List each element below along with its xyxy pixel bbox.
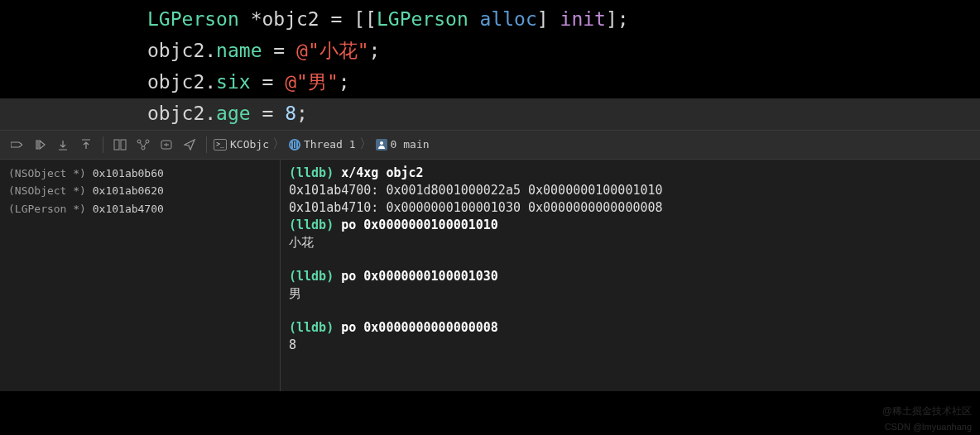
blank-line (289, 251, 972, 268)
terminal-icon: >_ (214, 139, 227, 151)
console-output: 0x101ab4710: 0x0000000100001030 0x000000… (289, 199, 972, 217)
svg-rect-1 (121, 140, 126, 150)
watermark: CSDN @lmyuanhang (885, 422, 972, 432)
person-icon (376, 139, 387, 151)
code-line-2: objc2.name = @"小花"; (0, 36, 980, 67)
code-line-1: LGPerson *objc2 = [[LGPerson alloc] init… (0, 4, 980, 36)
svg-rect-0 (114, 140, 119, 150)
thread-icon (289, 139, 300, 151)
breadcrumb-frame: 0 main (391, 138, 430, 151)
step-over-icon[interactable] (53, 135, 73, 155)
breadcrumb-thread: Thread 1 (304, 138, 356, 151)
debug-toolbar: >_ KCObjc 〉 Thread 1 〉 0 main (0, 130, 980, 160)
separator (206, 136, 207, 153)
chevron-right-icon: 〉 (359, 136, 372, 153)
variable-row[interactable]: (NSObject *) 0x101ab0b60 (0, 165, 280, 182)
variables-panel[interactable]: (NSObject *) 0x101ab0b60 (NSObject *) 0x… (0, 160, 280, 391)
separator (103, 136, 103, 153)
code-line-3: objc2.six = @"男"; (0, 67, 980, 98)
code-editor: LGPerson *objc2 = [[LGPerson alloc] init… (0, 0, 980, 130)
type-name: LGPerson (147, 8, 239, 30)
console-line: (lldb) x/4xg objc2 (289, 165, 972, 182)
location-icon[interactable] (180, 135, 199, 155)
continue-icon[interactable] (30, 135, 50, 155)
blank-line (289, 303, 972, 319)
console-line: (lldb) po 0x0000000000000008 (289, 319, 972, 337)
chevron-right-icon: 〉 (272, 136, 286, 153)
variable-row[interactable]: (NSObject *) 0x101ab0620 (0, 182, 280, 199)
console-output: 男 (289, 285, 972, 303)
debug-view-icon[interactable] (110, 135, 130, 155)
memory-graph-icon[interactable] (133, 135, 153, 155)
environment-icon[interactable] (156, 135, 176, 155)
lldb-console[interactable]: (lldb) x/4xg objc2 0x101ab4700: 0x001d80… (280, 160, 980, 391)
code-line-4-current: objc2.age = 8; (0, 98, 980, 130)
toggle-breakpoints-icon[interactable] (7, 135, 26, 155)
breadcrumb[interactable]: >_ KCObjc 〉 Thread 1 〉 0 main (214, 136, 430, 153)
variable-row[interactable]: (LGPerson *) 0x101ab4700 (0, 200, 280, 218)
console-line: (lldb) po 0x0000000100001010 (289, 217, 972, 234)
debug-area: (NSObject *) 0x101ab0b60 (NSObject *) 0x… (0, 160, 980, 391)
svg-point-6 (380, 141, 383, 145)
console-output: 8 (289, 337, 972, 354)
step-into-icon[interactable] (76, 135, 96, 155)
console-output: 小花 (289, 234, 972, 251)
console-line: (lldb) po 0x0000000100001030 (289, 268, 972, 285)
breadcrumb-app: KCObjc (230, 138, 269, 151)
svg-point-4 (142, 146, 145, 150)
watermark: @稀土掘金技术社区 (882, 404, 972, 418)
console-output: 0x101ab4700: 0x001d8001000022a5 0x000000… (289, 182, 972, 199)
